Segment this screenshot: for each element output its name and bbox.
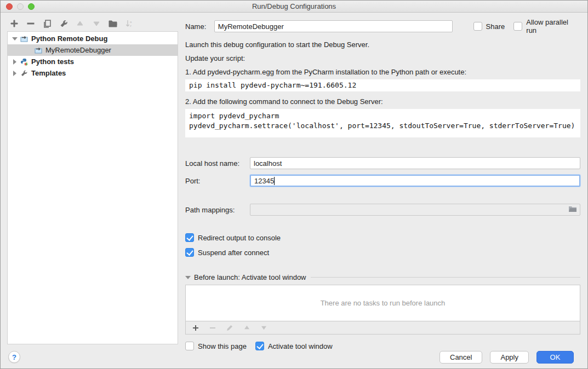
before-launch-task-list: There are no tasks to run before launch [185,285,580,335]
before-launch-header[interactable]: Before launch: Activate tool window [185,273,580,281]
configurations-tree: Python Remote Debug MyRemoteDebugger Pyt… [7,31,178,344]
tree-item-python-tests[interactable]: Python tests [8,56,178,67]
move-down-icon [92,19,101,28]
chevron-right-icon[interactable] [12,59,18,65]
ok-button[interactable]: OK [536,351,574,364]
cancel-button[interactable]: Cancel [439,351,482,364]
path-mappings-field [250,204,580,216]
sort-alphabetically-icon: az [124,19,134,28]
add-task-button[interactable] [191,323,201,333]
share-label: Share [486,22,505,31]
step-2-text: 2. Add the following command to connect … [185,97,580,106]
copy-configuration-icon[interactable] [42,19,52,28]
local-host-name-input[interactable] [250,157,580,169]
add-configuration-button[interactable] [9,19,19,28]
name-input[interactable] [214,20,453,32]
collapse-triangle-icon[interactable] [185,275,191,280]
configuration-form: Name: Share Allow parallel run Launch th… [185,18,580,350]
suspend-after-connect-checkbox[interactable] [185,248,194,257]
settrace-code-block: import pydevd_pycharm pydevd_pycharm.set… [185,109,580,137]
chevron-down-icon[interactable] [12,36,18,42]
move-task-up-icon [242,323,252,333]
svg-text:z: z [130,24,132,27]
redirect-output-checkbox[interactable] [185,233,194,242]
move-up-icon [75,19,85,28]
configurations-toolbar: az [9,18,134,29]
local-host-name-label: Local host name: [185,159,250,168]
separator-line [311,277,580,278]
allow-parallel-run-checkbox[interactable] [513,22,522,31]
edit-task-icon [225,323,235,333]
titlebar: Run/Debug Configurations [1,1,587,13]
dialog-buttons: Cancel Apply OK [439,351,574,364]
tree-item-label: MyRemoteDebugger [45,46,111,54]
port-label: Port: [185,177,250,185]
tree-item-label: Python Remote Debug [31,34,107,43]
wrench-icon [20,70,28,77]
remove-configuration-button[interactable] [26,19,36,28]
text-caret [274,177,275,185]
tree-item-python-remote-debug[interactable]: Python Remote Debug [8,33,178,44]
remote-debug-icon [20,35,28,43]
path-mappings-label: Path mappings: [185,206,250,214]
window-title: Run/Debug Configurations [1,2,587,10]
before-launch-title: Before launch: Activate tool window [194,273,306,281]
step-1-text: 1. Add pydevd-pycharm.egg from the PyCha… [185,67,580,77]
allow-parallel-run-label: Allow parallel run [526,18,580,34]
remote-debug-icon [34,47,43,54]
activate-tool-window-checkbox[interactable] [255,342,264,350]
intro-line-1: Launch this debug configuration to start… [185,40,580,49]
code-line-settrace: pydevd_pycharm.settrace('localhost', por… [189,121,576,131]
remove-task-icon [208,323,218,333]
activate-tool-window-label: Activate tool window [268,342,333,350]
edit-templates-icon[interactable] [59,19,68,28]
show-this-page-label: Show this page [198,342,247,350]
pip-install-command: pip install pydevd-pycharm~=191.6605.12 [185,79,580,91]
svg-text:a: a [130,20,132,24]
folder-icon[interactable] [568,205,577,214]
suspend-after-connect-label: Suspend after connect [198,249,269,257]
chevron-right-icon[interactable] [12,71,18,76]
port-input[interactable] [250,175,580,187]
before-launch-toolbar [186,321,580,334]
python-tests-icon [20,58,28,66]
redirect-output-label: Redirect output to console [198,234,281,242]
intro-line-2: Update your script: [185,54,580,63]
tree-item-label: Python tests [31,57,74,66]
name-label: Name: [185,22,214,31]
new-folder-icon[interactable] [108,19,118,28]
move-task-down-icon [259,323,269,333]
tree-item-label: Templates [31,69,66,77]
code-line-import: import pydevd_pycharm [189,111,576,121]
run-debug-configurations-dialog: Run/Debug Configurations az [0,0,588,369]
share-checkbox[interactable] [473,22,482,31]
apply-button[interactable]: Apply [490,351,529,364]
help-button[interactable]: ? [8,351,20,363]
tree-item-myremotedebugger[interactable]: MyRemoteDebugger [8,44,178,56]
show-this-page-checkbox[interactable] [185,342,194,350]
before-launch-empty-text: There are no tasks to run before launch [186,285,580,321]
tree-item-templates[interactable]: Templates [8,67,178,79]
